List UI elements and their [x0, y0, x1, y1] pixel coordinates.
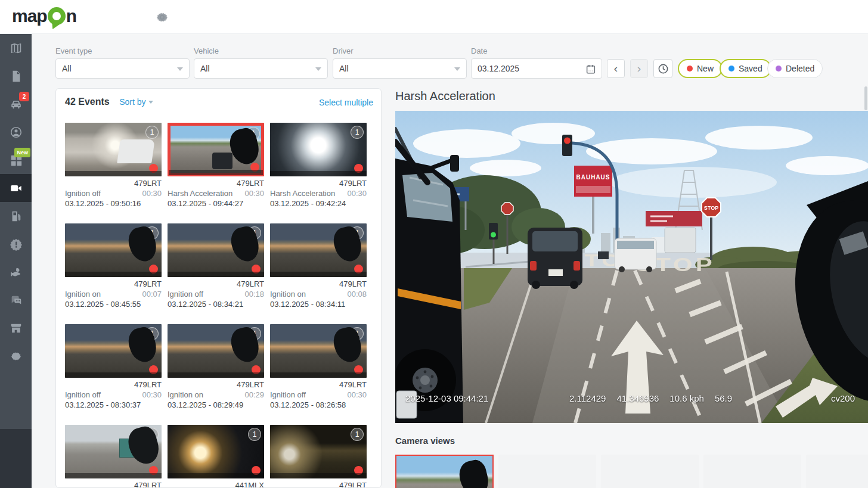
sidebar-item-dashboard[interactable]: New [0, 146, 32, 174]
vertical-scrollbar[interactable] [864, 86, 867, 110]
status-dot [687, 66, 693, 72]
dashcam-frame: BAUHAUS STOP STOP [395, 111, 868, 423]
play-icon[interactable] [465, 469, 483, 487]
event-card[interactable]: 1 479LRT Ignition on 00:29 03.12.2025 - … [168, 324, 264, 409]
sidebar-item-map[interactable] [0, 34, 32, 62]
event-duration: 00:07 [142, 290, 162, 299]
event-grid: 1 479LRT Ignition off 00:30 03.12.2025 -… [65, 123, 375, 488]
event-datetime: 03.12.2025 - 08:26:58 [270, 400, 367, 409]
vehicle-select[interactable]: All [194, 58, 328, 79]
vehicle-plate: 479LRT [270, 481, 367, 488]
sidebar-item-chat[interactable] [0, 286, 32, 314]
video-camera-icon [10, 182, 23, 195]
camera-count-badge: 1 [351, 428, 364, 441]
dashcam-scene: BAUHAUS STOP STOP [395, 111, 868, 423]
sidebar-item-users[interactable] [0, 118, 32, 146]
camera-view-placeholder [806, 455, 868, 488]
logo-text-post: n [66, 6, 76, 26]
thumb-overlay-bar [270, 272, 367, 277]
vehicle-plate: 479LRT [65, 380, 162, 389]
date-label: Date [471, 46, 487, 55]
status-pill-deleted[interactable]: Deleted [767, 59, 823, 78]
sidebar-item-settings[interactable] [0, 342, 32, 370]
event-card[interactable]: 1 479LRT Ignition off 00:30 03.12.2025 -… [65, 324, 162, 409]
event-datetime: 03.12.2025 - 09:44:27 [168, 199, 264, 208]
event-duration: 00:18 [244, 290, 264, 299]
event-thumbnail[interactable]: 1 [270, 123, 367, 176]
status-pill-new[interactable]: New [678, 59, 723, 78]
event-thumbnail[interactable]: 1 [65, 324, 162, 378]
event-name: Ignition off [270, 390, 306, 399]
status-pill-saved[interactable]: Saved [720, 59, 771, 78]
thumb-overlay-bar [65, 372, 162, 378]
thumb-overlay-bar [65, 272, 162, 277]
fleet-count-badge: 2 [19, 92, 29, 101]
chevron-left-icon: ‹ [614, 62, 618, 75]
event-card[interactable]: 1 479LRT Ignition on 00:08 03.12.2025 - … [270, 223, 367, 309]
logo-text-pre: map [12, 6, 47, 26]
fuel-pump-icon [10, 210, 23, 223]
event-card[interactable]: 1 479LRT Harsh Acceleration 00:30 03.12.… [270, 123, 367, 208]
camera-count-badge: 1 [145, 327, 159, 340]
history-button[interactable] [653, 59, 672, 78]
event-duration: 00:29 [244, 390, 264, 399]
event-name: Ignition off [65, 390, 101, 399]
event-card[interactable]: 1 479LRT Ignition off 00:30 03.12.2025 -… [65, 123, 162, 208]
sidebar-item-documents[interactable] [0, 62, 32, 90]
event-thumbnail[interactable]: 1 [270, 324, 367, 378]
camera-count-badge: 1 [247, 127, 260, 140]
camera-count-badge: 1 [248, 428, 261, 441]
event-card[interactable]: 1 479LRT Ignition off 00:18 03.12.2025 -… [168, 223, 264, 309]
vehicle-plate: 441MLX [168, 481, 264, 488]
event-card[interactable]: 1 479LRT Ignition off 00:30 03.12.2025 -… [270, 324, 367, 409]
mapon-logo: map n [12, 6, 76, 26]
sidebar-item-video[interactable] [0, 174, 32, 202]
next-day-button[interactable]: › [630, 59, 648, 78]
thumb-overlay-bar [65, 171, 162, 176]
camera-view-placeholder [601, 455, 699, 488]
event-thumbnail[interactable]: 1 [65, 425, 162, 478]
event-card[interactable]: 1 441MLX Ignition off 00:29 [168, 425, 264, 488]
chevron-down-icon [454, 67, 460, 71]
event-type-select[interactable]: All [55, 58, 190, 79]
event-thumbnail[interactable]: 1 [65, 223, 162, 277]
event-card[interactable]: 1 479LRT Ignition on 00:29 [270, 425, 367, 488]
sidebar: 2 New [0, 34, 32, 488]
date-input[interactable]: 03.12.2025 [471, 58, 602, 79]
sidebar-item-fleet[interactable]: 2 [0, 90, 32, 118]
camera-count-badge: 1 [145, 126, 159, 139]
prev-day-button[interactable]: ‹ [607, 59, 625, 78]
camera-view-thumbnail[interactable] [395, 455, 494, 488]
sidebar-item-alerts[interactable] [0, 230, 32, 258]
event-card[interactable]: 1 479LRT Harsh Acceleration 00:30 [65, 425, 162, 488]
driver-select[interactable]: All [333, 58, 467, 79]
svg-text:BAUHAUS: BAUHAUS [576, 174, 610, 181]
sidebar-item-marketplace[interactable] [0, 314, 32, 342]
chat-icon [10, 294, 23, 307]
event-thumbnail[interactable]: 1 [270, 425, 367, 478]
event-thumbnail[interactable]: 1 [168, 223, 264, 277]
event-thumbnail[interactable]: 1 [65, 123, 162, 176]
event-thumbnail[interactable]: 1 [168, 324, 264, 378]
sidebar-item-fuel[interactable] [0, 202, 32, 230]
sidebar-item-eco[interactable] [0, 258, 32, 286]
event-duration: 00:30 [142, 189, 162, 198]
event-datetime: 03.12.2025 - 08:30:37 [65, 400, 162, 409]
event-card[interactable]: 1 479LRT Harsh Acceleration 00:30 03.12.… [168, 123, 264, 208]
new-feature-badge: New [14, 148, 30, 157]
document-icon [10, 70, 23, 83]
event-thumbnail[interactable]: 1 [270, 223, 367, 277]
event-thumbnail[interactable]: 1 [168, 425, 264, 478]
select-multiple-button[interactable]: Select multiple [319, 98, 373, 107]
event-thumbnail[interactable]: 1 [168, 123, 264, 176]
calendar-icon [585, 64, 596, 74]
chevron-right-icon: › [637, 62, 641, 75]
vehicle-plate: 479LRT [65, 481, 162, 488]
event-type-label: Event type [55, 46, 92, 55]
event-duration: 00:30 [244, 189, 264, 198]
sort-by-button[interactable]: Sort by [119, 97, 153, 107]
thumb-overlay-bar [65, 473, 162, 478]
event-card[interactable]: 1 479LRT Ignition on 00:07 03.12.2025 - … [65, 223, 162, 309]
settings-gear-icon[interactable] [155, 10, 169, 24]
vehicle-plate: 479LRT [270, 380, 367, 389]
